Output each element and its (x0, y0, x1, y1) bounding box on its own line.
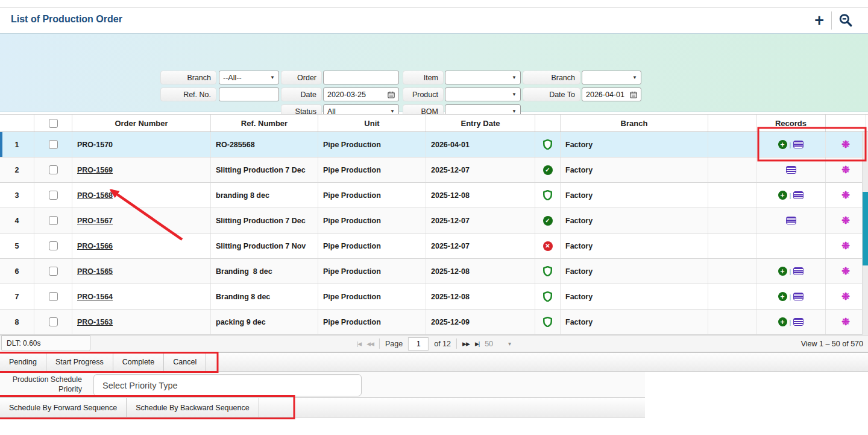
column-header-entry_date[interactable]: Entry Date (426, 115, 535, 132)
records-list-icon[interactable] (786, 217, 796, 224)
snowflake-icon[interactable]: ❉ (841, 317, 850, 327)
unit-cell: Pipe Production (318, 284, 426, 309)
chevron-down-icon: ▼ (512, 92, 517, 97)
records-list-icon[interactable] (793, 267, 804, 275)
last-page-button[interactable]: ▶| (475, 341, 479, 347)
priority-row: Production Schedule Priority Select Prio… (0, 372, 645, 398)
column-header-branch[interactable]: Branch (561, 115, 708, 132)
ref-number-cell: Slitting Production 7 Dec (211, 157, 318, 182)
action-pending[interactable]: Pending (0, 353, 46, 371)
records-list-icon[interactable] (793, 141, 804, 148)
snowflake-icon[interactable]: ❉ (841, 139, 850, 150)
pagination: |◀ ◀◀ Page of 12 ▶▶ ▶| 50 ▾ (357, 335, 511, 352)
records-list-icon[interactable] (793, 191, 804, 199)
row-checkbox[interactable] (49, 267, 58, 276)
page-input[interactable] (408, 337, 429, 351)
entry-date-cell: 2025-12-08 (426, 284, 535, 309)
action-complete[interactable]: Complete (113, 353, 165, 371)
select-all-checkbox[interactable] (49, 119, 58, 128)
orders-table: Order NumberRef. NumberUnitEntry DateBra… (0, 114, 868, 335)
add-record-icon[interactable]: + (778, 317, 787, 326)
order-number-link[interactable]: PRO-1566 (77, 242, 113, 250)
row-number-cell: 5 (0, 233, 34, 258)
order-filter-input[interactable] (323, 71, 399, 84)
branch2-filter-label: Branch (523, 71, 580, 84)
snowflake-icon[interactable]: ❉ (841, 266, 850, 276)
order-number-link[interactable]: PRO-1563 (77, 318, 113, 326)
calendar-icon (388, 91, 395, 98)
date-to-input[interactable]: 2026-04-01 (582, 87, 641, 101)
row-checkbox[interactable] (49, 317, 58, 326)
next-page-button[interactable]: ▶▶ (462, 341, 470, 347)
column-header-unit[interactable]: Unit (318, 115, 426, 132)
unit-cell: Pipe Production (318, 183, 426, 208)
order-number-cell: PRO-1570 (72, 132, 211, 157)
branch-filter-select[interactable]: --All-- ▼ (219, 71, 279, 84)
branch-filter-value: --All-- (223, 74, 242, 82)
chevron-down-icon: ▼ (270, 75, 275, 80)
action-cancel[interactable]: Cancel (164, 353, 206, 371)
add-record-icon[interactable]: + (778, 140, 787, 149)
row-checkbox[interactable] (49, 216, 58, 225)
records-separator: | (790, 141, 791, 148)
entry-date-cell: 2025-12-07 (426, 157, 535, 182)
action-schedule-by-forward-sequence[interactable]: Schedule By Forward Sequence (0, 398, 127, 417)
snowflake-icon[interactable]: ❉ (841, 291, 850, 302)
add-record-icon[interactable]: + (778, 292, 787, 301)
date-from-input[interactable]: 2020-03-25 (323, 87, 399, 101)
records-list-icon[interactable] (793, 293, 804, 300)
product-filter-select[interactable]: ▼ (445, 87, 521, 101)
table-body: 1PRO-1570RO-285568Pipe Production2026-04… (0, 132, 868, 335)
snowflake-icon[interactable]: ❉ (841, 165, 850, 175)
refno-filter-input[interactable] (219, 87, 279, 101)
row-checkbox[interactable] (49, 165, 58, 174)
row-checkbox[interactable] (49, 292, 58, 301)
branch2-filter-select[interactable]: ▼ (582, 71, 641, 84)
column-header-records[interactable]: Records (756, 115, 826, 132)
snowflake-icon[interactable]: ❉ (841, 215, 850, 226)
order-number-link[interactable]: PRO-1569 (77, 166, 113, 174)
order-number-link[interactable]: PRO-1564 (77, 293, 113, 301)
item-filter-label: Item (403, 71, 444, 84)
order-number-link[interactable]: PRO-1565 (77, 267, 113, 276)
item-filter-select[interactable]: ▼ (445, 71, 521, 84)
prev-page-button[interactable]: ◀◀ (366, 341, 374, 347)
vertical-scrollbar[interactable] (862, 132, 868, 335)
ref-number-cell: packing 9 dec (211, 310, 318, 334)
status-cell (535, 132, 561, 157)
production-order-page: List of Production Order + Branch --All-… (0, 0, 868, 435)
first-page-button[interactable]: |◀ (357, 341, 361, 347)
status-cell: ✓ (535, 208, 561, 233)
row-select-cell (34, 259, 72, 284)
page-size-value[interactable]: 50 (485, 340, 493, 348)
scrollbar-thumb[interactable] (863, 192, 868, 265)
action-start-progress[interactable]: Start Progress (46, 353, 113, 371)
order-number-link[interactable]: PRO-1567 (77, 217, 113, 225)
entry-date-cell: 2025-12-07 (426, 233, 535, 258)
page-size-chevron-icon[interactable]: ▾ (508, 340, 511, 347)
date-to-label: Date To (523, 87, 580, 101)
priority-select[interactable]: Select Priority Type (93, 374, 362, 396)
order-number-cell: PRO-1568 (72, 183, 211, 208)
records-list-icon[interactable] (786, 166, 796, 174)
snowflake-icon[interactable]: ❉ (841, 190, 850, 200)
pager-divider (456, 338, 457, 349)
row-checkbox[interactable] (49, 140, 58, 149)
add-icon[interactable]: + (807, 11, 831, 30)
spacer-cell (708, 284, 756, 309)
snowflake-icon[interactable]: ❉ (841, 241, 850, 251)
column-header-order_number[interactable]: Order Number (72, 115, 211, 132)
column-header-ref_number[interactable]: Ref. Number (211, 115, 318, 132)
order-number-text: PRO-1570 (77, 141, 113, 149)
toggle-search-icon[interactable] (832, 13, 860, 28)
row-checkbox[interactable] (49, 191, 58, 200)
column-header-freeze (826, 115, 866, 132)
add-record-icon[interactable]: + (778, 267, 787, 276)
row-checkbox[interactable] (49, 241, 58, 250)
order-number-link[interactable]: PRO-1568 (77, 191, 113, 200)
records-list-icon[interactable] (793, 318, 804, 326)
action-schedule-by-backward-sequence[interactable]: Schedule By Backward Sequence (127, 398, 259, 417)
status-shield-icon (543, 317, 552, 327)
add-record-icon[interactable]: + (778, 191, 787, 200)
column-header-select[interactable] (34, 115, 72, 132)
